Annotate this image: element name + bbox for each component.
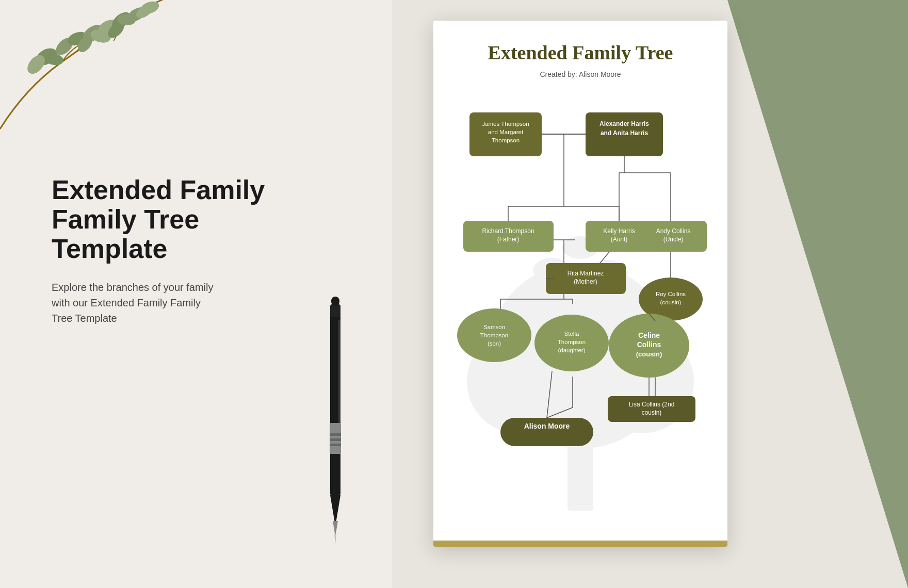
svg-rect-29 [330,304,340,317]
right-panel: Extended Family Tree Created by: Alison … [392,0,908,588]
svg-text:Alison Moore: Alison Moore [524,422,570,430]
left-title: Extended FamilyFamily TreeTemplate [52,175,320,264]
svg-text:(cousin): (cousin) [636,350,662,358]
svg-text:Celine: Celine [638,331,660,339]
eucalyptus-decoration [0,0,201,139]
pen-decoration [317,289,353,557]
svg-rect-30 [331,297,339,306]
family-tree-diagram: James Thompson and Margaret Thompson Ale… [433,88,727,536]
doc-header: Extended Family Tree Created by: Alison … [433,21,727,89]
svg-text:cousin): cousin) [642,409,662,416]
svg-text:Thompson: Thompson [480,332,508,338]
svg-text:Stella: Stella [564,331,579,337]
svg-text:(son): (son) [488,340,501,347]
svg-text:and Margaret: and Margaret [488,129,524,135]
svg-text:Roy Collins: Roy Collins [656,291,686,297]
svg-line-109 [547,371,552,418]
left-content: Extended FamilyFamily TreeTemplate Explo… [52,175,320,326]
svg-text:Andy Collins: Andy Collins [656,227,691,235]
svg-text:(daughter): (daughter) [558,347,585,353]
svg-line-61 [547,407,573,418]
svg-rect-26 [330,433,341,436]
svg-text:(Father): (Father) [497,236,520,243]
svg-text:James Thompson: James Thompson [482,121,529,127]
svg-text:Rita Martinez: Rita Martinez [568,270,604,277]
svg-text:Alexander Harris: Alexander Harris [599,120,649,127]
svg-text:Kelly Harris: Kelly Harris [603,227,635,235]
doc-creator: Created by: Alison Moore [449,70,712,78]
left-description: Explore the branches of your family with… [52,280,320,326]
svg-text:Collins: Collins [637,340,661,349]
svg-text:(Uncle): (Uncle) [663,236,684,243]
svg-text:Thompson: Thompson [492,137,520,143]
svg-text:(Mother): (Mother) [574,278,597,285]
svg-rect-24 [338,320,340,423]
doc-title: Extended Family Tree [449,41,712,65]
svg-text:(cousin): (cousin) [660,299,682,305]
svg-rect-28 [330,444,341,446]
document-card: Extended Family Tree Created by: Alison … [433,21,727,547]
svg-text:Thompson: Thompson [558,339,586,345]
svg-rect-27 [330,438,341,441]
svg-text:Samson: Samson [483,324,505,330]
svg-text:(Aunt): (Aunt) [611,236,628,243]
left-panel: Extended FamilyFamily TreeTemplate Explo… [0,0,392,588]
svg-text:Richard Thompson: Richard Thompson [482,227,534,235]
svg-text:Lisa Collins (2nd: Lisa Collins (2nd [629,401,675,408]
svg-text:and Anita Harris: and Anita Harris [601,129,648,137]
